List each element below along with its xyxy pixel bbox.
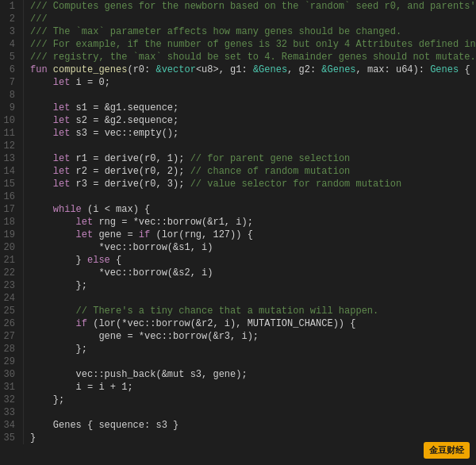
code-line: 16 xyxy=(0,190,476,203)
code-line: 9 let s1 = &g1.sequence; xyxy=(0,102,476,114)
code-line: 18 let rng = *vec::borrow(&r1, i); xyxy=(0,216,476,229)
line-content: }; xyxy=(30,394,64,406)
line-number: 3 xyxy=(0,25,24,38)
line-number: 32 xyxy=(0,394,24,406)
line-number: 29 xyxy=(0,355,24,368)
line-number: 25 xyxy=(0,305,24,317)
line-content: vec::push_back(&mut s3, gene); xyxy=(30,368,248,381)
line-content: /// The `max` parameter affects how many… xyxy=(30,25,401,38)
line-content: let s3 = vec::empty(); xyxy=(30,127,178,140)
line-content: i = i + 1; xyxy=(30,381,133,394)
watermark: 金豆财经 xyxy=(424,442,470,459)
code-line: 1/// Computes genes for the newborn base… xyxy=(0,0,476,13)
line-number: 14 xyxy=(0,165,24,178)
code-line: 33 xyxy=(0,406,476,419)
code-line: 31 i = i + 1; xyxy=(0,381,476,394)
line-content: /// Computes genes for the newborn based… xyxy=(30,0,476,13)
line-number: 8 xyxy=(0,89,24,102)
code-line: 14 let r2 = derive(r0, 2); // chance of … xyxy=(0,165,476,178)
line-content: *vec::borrow(&s2, i) xyxy=(30,267,213,279)
code-line: 17 while (i < max) { xyxy=(0,203,476,216)
line-number: 33 xyxy=(0,406,24,419)
line-number: 35 xyxy=(0,432,24,444)
code-line: 20 *vec::borrow(&s1, i) xyxy=(0,241,476,254)
line-number: 19 xyxy=(0,229,24,241)
line-number: 26 xyxy=(0,317,24,330)
code-line: 2/// xyxy=(0,13,476,25)
line-content: // There's a tiny chance that a mutation… xyxy=(30,305,378,317)
line-content xyxy=(30,89,36,102)
code-line: 27 gene = *vec::borrow(&r3, i); xyxy=(0,330,476,343)
code-line: 29 xyxy=(0,355,476,368)
code-line: 19 let gene = if (lor(rng, 127)) { xyxy=(0,229,476,241)
line-number: 10 xyxy=(0,114,24,127)
line-content: } else { xyxy=(30,254,121,267)
line-number: 7 xyxy=(0,76,24,89)
line-number: 17 xyxy=(0,203,24,216)
code-line: 12 xyxy=(0,140,476,152)
line-number: 21 xyxy=(0,254,24,267)
line-content: let r2 = derive(r0, 2); // chance of ran… xyxy=(30,165,350,178)
line-number: 22 xyxy=(0,267,24,279)
line-number: 27 xyxy=(0,330,24,343)
code-line: 23 }; xyxy=(0,279,476,292)
line-content: let gene = if (lor(rng, 127)) { xyxy=(30,229,253,241)
line-content xyxy=(30,406,36,419)
line-number: 24 xyxy=(0,292,24,305)
line-content: /// For example, if the number of genes … xyxy=(30,38,476,51)
line-number: 5 xyxy=(0,51,24,63)
line-number: 9 xyxy=(0,102,24,114)
code-line: 8 xyxy=(0,89,476,102)
line-number: 20 xyxy=(0,241,24,254)
line-content xyxy=(30,190,36,203)
line-content: gene = *vec::borrow(&r3, i); xyxy=(30,330,259,343)
line-content: while (i < max) { xyxy=(30,203,150,216)
line-content: let s1 = &g1.sequence; xyxy=(30,102,178,114)
code-line: 4/// For example, if the number of genes… xyxy=(0,38,476,51)
line-content: } xyxy=(30,432,36,444)
line-content: if (lor(*vec::borrow(&r2, i), MUTATION_C… xyxy=(30,317,355,330)
code-line: 32 }; xyxy=(0,394,476,406)
code-line: 21 } else { xyxy=(0,254,476,267)
line-content: Genes { sequence: s3 } xyxy=(30,419,178,432)
code-line: 26 if (lor(*vec::borrow(&r2, i), MUTATIO… xyxy=(0,317,476,330)
line-number: 18 xyxy=(0,216,24,229)
code-line: 34 Genes { sequence: s3 } xyxy=(0,419,476,432)
code-line: 10 let s2 = &g2.sequence; xyxy=(0,114,476,127)
line-content: let r1 = derive(r0, 1); // for parent ge… xyxy=(30,152,350,165)
line-content: /// xyxy=(30,13,48,25)
code-editor: 1/// Computes genes for the newborn base… xyxy=(0,0,476,465)
line-content: }; xyxy=(30,343,87,355)
line-number: 12 xyxy=(0,140,24,152)
line-content: /// registry, the `max` should be set to… xyxy=(30,51,476,63)
line-content: *vec::borrow(&s1, i) xyxy=(30,241,213,254)
code-line: 13 let r1 = derive(r0, 1); // for parent… xyxy=(0,152,476,165)
line-number: 16 xyxy=(0,190,24,203)
line-content: let r3 = derive(r0, 3); // value selecto… xyxy=(30,178,401,190)
code-line: 6fun compute_genes(r0: &vector<u8>, g1: … xyxy=(0,63,476,76)
line-content xyxy=(30,140,36,152)
line-content xyxy=(30,292,36,305)
line-number: 13 xyxy=(0,152,24,165)
code-area: 1/// Computes genes for the newborn base… xyxy=(0,0,476,465)
line-number: 6 xyxy=(0,63,24,76)
line-number: 1 xyxy=(0,0,24,13)
code-line: 25 // There's a tiny chance that a mutat… xyxy=(0,305,476,317)
code-line: 11 let s3 = vec::empty(); xyxy=(0,127,476,140)
line-number: 2 xyxy=(0,13,24,25)
line-content: }; xyxy=(30,279,87,292)
line-content: let s2 = &g2.sequence; xyxy=(30,114,178,127)
line-number: 31 xyxy=(0,381,24,394)
code-line: 3/// The `max` parameter affects how man… xyxy=(0,25,476,38)
code-line: 15 let r3 = derive(r0, 3); // value sele… xyxy=(0,178,476,190)
line-number: 34 xyxy=(0,419,24,432)
line-number: 4 xyxy=(0,38,24,51)
line-number: 11 xyxy=(0,127,24,140)
code-line: 28 }; xyxy=(0,343,476,355)
code-line: 35} xyxy=(0,432,476,444)
code-line: 22 *vec::borrow(&s2, i) xyxy=(0,267,476,279)
line-content: fun compute_genes(r0: &vector<u8>, g1: &… xyxy=(30,63,470,76)
line-number: 15 xyxy=(0,178,24,190)
line-number: 28 xyxy=(0,343,24,355)
line-content xyxy=(30,355,36,368)
